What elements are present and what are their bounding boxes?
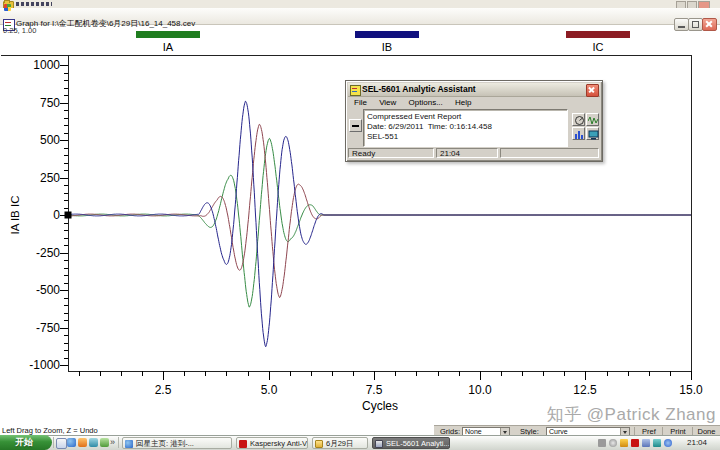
chevron-down-icon[interactable]	[500, 428, 509, 435]
waveform-button[interactable]	[586, 113, 599, 126]
taskbar-button-label: Kaspersky Anti-V...	[250, 439, 308, 448]
x-tick-label: 7.5	[366, 383, 383, 397]
x-tick-label: 10.0	[468, 383, 492, 397]
menu-file[interactable]: File	[349, 98, 372, 107]
display-button[interactable]	[586, 127, 599, 140]
dialog-close-icon[interactable]	[586, 84, 599, 97]
series-IA	[68, 138, 691, 307]
event-line[interactable]: Date: 6/29/2011 Time: 0:16:14.458	[367, 122, 567, 132]
display-icon	[588, 129, 599, 140]
waveform-icon	[588, 115, 599, 126]
y-tick-label: 0	[53, 208, 60, 222]
quick-launch-overflow[interactable]: »	[110, 436, 115, 449]
shield-icon[interactable]	[620, 439, 628, 447]
sel-app-icon	[350, 85, 361, 96]
desktop-screen: Graph for I:\金工配机卷变\6月29日\16_14_458.cev …	[0, 0, 720, 450]
tray-clock[interactable]: 21:04	[687, 437, 707, 449]
update-icon[interactable]	[664, 439, 672, 447]
event-line[interactable]: Compressed Event Report	[367, 112, 567, 122]
network-icon[interactable]	[642, 439, 650, 447]
minus-icon	[352, 125, 359, 127]
taskbar-button-homepage[interactable]: 回星主页: 港到-...	[122, 437, 232, 449]
grids-value: None	[465, 428, 482, 435]
show-desktop-icon[interactable]	[56, 438, 67, 449]
taskbar-button-kaspersky[interactable]: Kaspersky Anti-V...	[236, 437, 308, 449]
x-tick-label: 12.5	[573, 383, 597, 397]
y-tick-label: 500	[40, 133, 60, 147]
zoom-hint: Left Drag to Zoom, Z = Undo	[2, 426, 98, 435]
status-time: 21:04	[436, 148, 498, 158]
status-extra	[500, 148, 599, 158]
origin-marker	[65, 212, 72, 219]
kaspersky-icon	[239, 440, 247, 448]
taskbar-divider	[118, 437, 119, 448]
chevron-down-icon[interactable]	[620, 428, 629, 435]
y-tick-label: 750	[40, 96, 60, 110]
start-button[interactable]: 开始	[0, 435, 52, 450]
display-tray-icon[interactable]	[653, 439, 661, 447]
y-tick-label: -500	[36, 283, 60, 297]
clock-icon[interactable]	[609, 439, 617, 447]
windows-flag-icon	[4, 4, 11, 11]
taskbar-button-label: 回星主页: 港到-...	[136, 439, 194, 448]
x-tick-label: 2.5	[155, 383, 172, 397]
taskbar-button-folder[interactable]: 6月29日	[312, 437, 368, 449]
menu-help[interactable]: Help	[450, 98, 476, 107]
taskbar-button-label: 6月29日	[326, 439, 354, 448]
menu-options[interactable]: Options...	[404, 98, 448, 107]
y-tick-label: 1000	[33, 58, 60, 72]
y-tick-label: -1000	[29, 358, 60, 372]
printer-icon[interactable]	[598, 439, 606, 447]
dialog-menubar: File View Options... Help	[349, 97, 599, 108]
y-axis-label: IA IB IC	[9, 179, 23, 251]
y-tick-label: 250	[40, 171, 60, 185]
event-listbox[interactable]: Compressed Event Report Date: 6/29/2011 …	[363, 109, 568, 147]
waveform-chart[interactable]: -1000-750-500-250025050075010002.55.07.5…	[0, 0, 720, 450]
x-axis-label: Cycles	[340, 399, 420, 413]
harmonics-button[interactable]	[572, 127, 585, 140]
folder-icon	[315, 440, 323, 448]
phasor-button[interactable]	[572, 113, 585, 126]
ie-icon	[125, 440, 133, 448]
ie-icon[interactable]	[67, 438, 76, 447]
event-line[interactable]: SEL-551	[367, 132, 567, 142]
kaspersky-tray-icon[interactable]	[631, 439, 639, 447]
sel5601-dialog[interactable]: SEL-5601 Analytic Assistant File View Op…	[345, 80, 603, 162]
harmonics-icon	[574, 129, 585, 140]
media-player-icon[interactable]	[78, 438, 87, 447]
dialog-title: SEL-5601 Analytic Assistant	[362, 83, 476, 96]
y-tick-label: -750	[36, 321, 60, 335]
style-value: Curve	[549, 428, 568, 435]
taskbar-button-label: SEL-5601 Analyti...	[386, 439, 450, 448]
taskbar-button-sel5601[interactable]: SEL-5601 Analyti...	[372, 437, 450, 449]
x-tick-label: 5.0	[261, 383, 278, 397]
dialog-statusbar: Ready 21:04	[346, 148, 602, 159]
messenger-icon[interactable]	[89, 438, 98, 447]
dialog-titlebar[interactable]: SEL-5601 Analytic Assistant	[348, 83, 600, 97]
menu-view[interactable]: View	[374, 98, 401, 107]
phasor-icon	[574, 115, 585, 126]
sel-app-icon	[375, 440, 383, 448]
taskbar-divider	[53, 437, 54, 448]
status-ready: Ready	[348, 148, 434, 158]
watermark: 知乎 @Patrick Zhang	[547, 403, 716, 426]
y-tick-label: -250	[36, 246, 60, 260]
x-tick-label: 15.0	[679, 383, 703, 397]
app-shortcut-icon[interactable]	[100, 438, 109, 447]
collapse-button[interactable]	[349, 119, 362, 132]
